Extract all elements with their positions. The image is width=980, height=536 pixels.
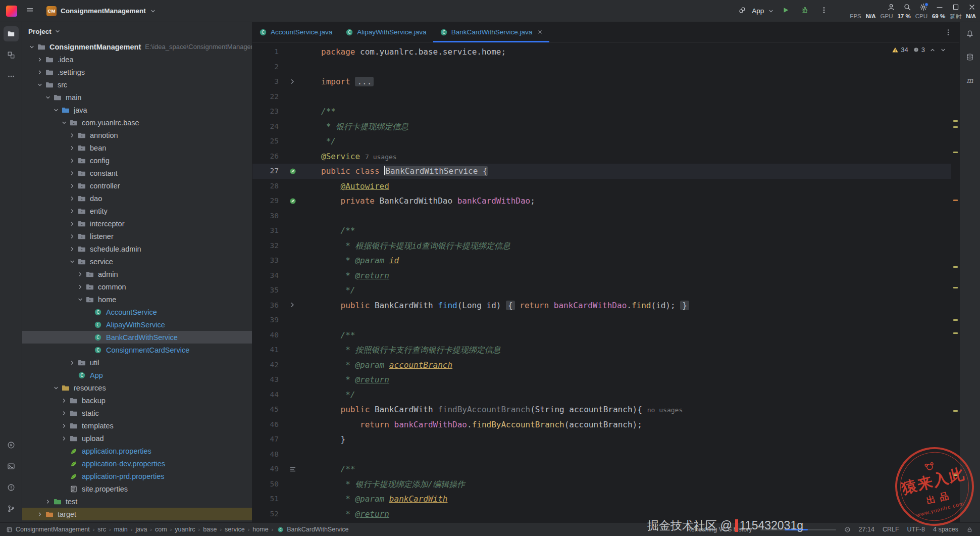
chevron-right-icon[interactable] (68, 145, 77, 151)
line-number[interactable]: 49 (252, 462, 282, 477)
line-number[interactable]: 47 (252, 432, 282, 447)
next-issue-icon[interactable] (940, 47, 946, 53)
line-number[interactable]: 44 (252, 387, 282, 403)
main-menu-button[interactable] (22, 4, 37, 19)
tree-item-application-prd-properties[interactable]: application-prd.properties (22, 470, 252, 482)
line-number[interactable]: 22 (252, 89, 282, 105)
breadcrumb-item[interactable]: BankCardWithService (287, 526, 348, 533)
tab-accountservice-java[interactable]: CAccountService.java (252, 22, 339, 42)
stripe-mark[interactable] (953, 410, 958, 412)
line-number[interactable]: 48 (252, 447, 282, 462)
indent-style[interactable]: 4 spaces (933, 526, 958, 533)
tab-close-icon[interactable] (537, 29, 543, 35)
chevron-right-icon[interactable] (76, 271, 85, 277)
tree-item-target[interactable]: target (22, 508, 252, 520)
chevron-right-icon[interactable] (76, 284, 85, 290)
tree-item-idea[interactable]: .idea (22, 53, 252, 66)
line-number[interactable]: 39 (252, 313, 282, 328)
chevron-right-icon[interactable] (35, 57, 44, 63)
chevron-right-icon[interactable] (35, 69, 44, 75)
tree-item-application-properties[interactable]: application.properties (22, 445, 252, 457)
line-ending[interactable]: CRLF (883, 526, 899, 533)
line-number[interactable]: 33 (252, 253, 282, 268)
line-number[interactable]: 31 (252, 223, 282, 238)
line-number[interactable]: 1 (252, 44, 282, 60)
lock-icon[interactable] (966, 526, 973, 533)
tab-options-icon[interactable] (944, 28, 952, 36)
folded-region[interactable]: } (680, 301, 689, 310)
git-button[interactable] (4, 501, 19, 516)
maven-button[interactable]: m (962, 73, 977, 88)
minimize-button[interactable] (936, 3, 944, 11)
spring-bean-icon[interactable] (282, 193, 304, 209)
line-number[interactable]: 52 (252, 507, 282, 522)
project-panel-header[interactable]: Project (22, 22, 252, 40)
tree-item-application-dev-properties[interactable]: application-dev.properties (22, 457, 252, 470)
tree-item-main[interactable]: main (22, 91, 252, 104)
stripe-mark[interactable] (953, 120, 958, 122)
problems-button[interactable] (4, 480, 19, 495)
previous-issue-icon[interactable] (930, 47, 936, 53)
tree-item-upload[interactable]: upload (22, 432, 252, 445)
chevron-down-icon[interactable] (768, 8, 774, 14)
settings-button[interactable] (919, 3, 927, 11)
chevron-right-icon[interactable] (68, 221, 77, 227)
tree-item-home[interactable]: home (22, 293, 252, 306)
line-number[interactable]: 23 (252, 104, 282, 119)
chevron-right-icon[interactable] (68, 132, 77, 138)
breadcrumb-item[interactable]: main (114, 526, 128, 533)
tab-alipaywithservice-java[interactable]: CAlipayWithService.java (339, 22, 433, 42)
line-number[interactable]: 2 (252, 60, 282, 75)
stripe-mark[interactable] (953, 287, 958, 288)
chevron-down-icon[interactable] (76, 297, 85, 303)
tree-item-admin[interactable]: admin (22, 268, 252, 280)
chevron-down-icon[interactable] (51, 107, 61, 113)
tree-item-src[interactable]: src (22, 78, 252, 91)
breadcrumb-item[interactable]: service (225, 526, 245, 533)
line-number[interactable]: 36 (252, 298, 282, 313)
chevron-right-icon[interactable] (60, 398, 69, 404)
fold-chevron-icon[interactable] (282, 298, 304, 313)
inspections-widget[interactable]: 34 3 (892, 46, 946, 54)
chevron-down-icon[interactable] (60, 120, 69, 126)
database-button[interactable] (962, 50, 977, 65)
notifications-button[interactable] (962, 26, 977, 41)
stripe-mark[interactable] (953, 474, 958, 476)
error-stripe[interactable] (952, 42, 959, 522)
terminal-button[interactable] (4, 459, 19, 474)
tree-item-listener[interactable]: listener (22, 230, 252, 242)
line-number[interactable]: 41 (252, 343, 282, 358)
line-number[interactable]: 30 (252, 209, 282, 224)
more-button[interactable] (4, 69, 19, 84)
breadcrumb-item[interactable]: src (97, 526, 106, 533)
breadcrumb-item[interactable]: com (155, 526, 167, 533)
tree-item-accountservice[interactable]: CAccountService (22, 306, 252, 318)
tree-item-consignmentcardservice[interactable]: CConsignmentCardService (22, 344, 252, 356)
chevron-right-icon[interactable] (60, 435, 69, 442)
line-number[interactable]: 32 (252, 238, 282, 254)
tree-item-annotion[interactable]: annotion (22, 129, 252, 141)
chevron-right-icon[interactable] (68, 208, 77, 214)
chevron-down-icon[interactable] (35, 82, 44, 88)
stripe-mark[interactable] (953, 200, 958, 201)
breadcrumb-item[interactable]: base (203, 526, 217, 533)
line-number[interactable]: 24 (252, 119, 282, 134)
stripe-mark[interactable] (953, 319, 958, 321)
line-number[interactable]: 34 (252, 268, 282, 283)
tab-bankcardwithservice-java[interactable]: CBankCardWithService.java (433, 22, 550, 42)
fold-chevron-icon[interactable] (282, 74, 304, 89)
tree-item-bean[interactable]: bean (22, 141, 252, 154)
line-number[interactable]: 27 (252, 164, 282, 179)
tree-item-controller[interactable]: controller (22, 179, 252, 192)
chevron-right-icon[interactable] (68, 360, 77, 366)
tree-item-com-yuanlrc-base[interactable]: com.yuanlrc.base (22, 116, 252, 129)
folded-region[interactable]: { (506, 301, 515, 310)
project-selector-button[interactable]: CM ConsignmentManagement (42, 4, 160, 18)
maximize-button[interactable] (952, 3, 960, 11)
line-number[interactable]: 25 (252, 134, 282, 149)
list-icon[interactable] (282, 462, 304, 477)
tree-item-service[interactable]: service (22, 255, 252, 268)
run-config-icon[interactable] (737, 4, 748, 19)
search-button[interactable] (903, 3, 911, 11)
tree-item-entity[interactable]: entity (22, 205, 252, 217)
